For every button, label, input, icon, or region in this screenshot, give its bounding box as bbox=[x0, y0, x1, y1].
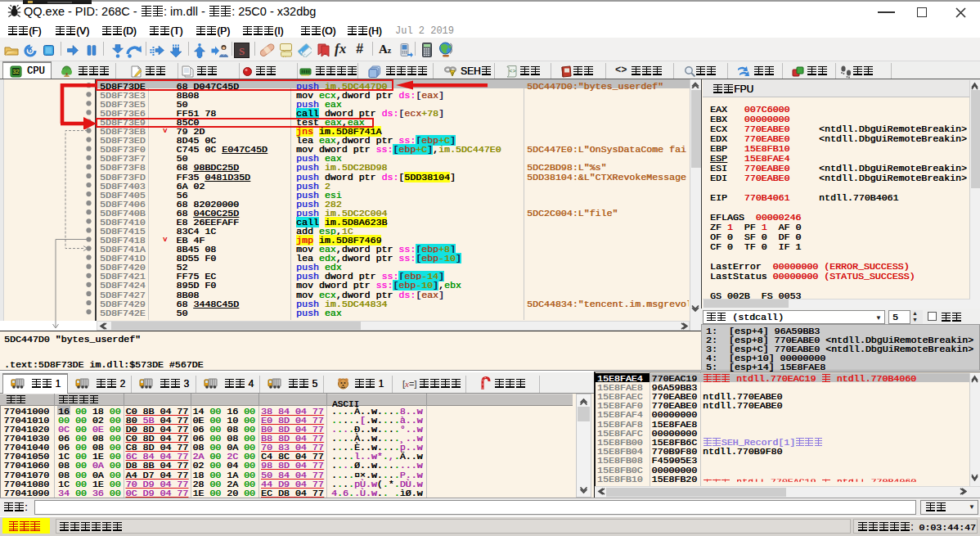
svg-text:32: 32 bbox=[13, 69, 20, 74]
svg-text:S: S bbox=[239, 45, 245, 57]
svg-text:<>: <> bbox=[509, 68, 515, 74]
